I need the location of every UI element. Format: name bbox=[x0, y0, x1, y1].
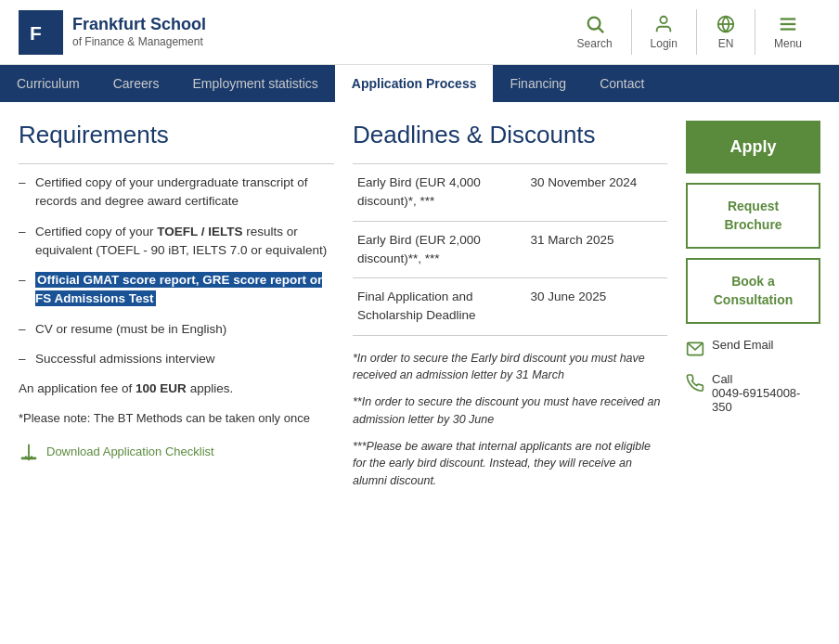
phone-number[interactable]: 0049-69154008-350 bbox=[712, 386, 820, 414]
menu-action[interactable]: Menu bbox=[755, 9, 820, 55]
main-nav: Curriculum Careers Employment statistics… bbox=[0, 65, 839, 102]
deadline-note-1: *In order to secure the Early bird disco… bbox=[353, 350, 667, 385]
sidebar-actions: Apply Request Brochure Book a Consultati… bbox=[686, 121, 820, 499]
header: F Frankfurt School of Finance & Manageme… bbox=[0, 0, 839, 65]
svg-point-3 bbox=[661, 17, 667, 23]
school-name-line2: of Finance & Management bbox=[72, 35, 206, 50]
svg-text:F: F bbox=[30, 21, 42, 43]
deadline-date-2: 31 March 2025 bbox=[525, 221, 667, 278]
school-name-line1: Frankfurt School bbox=[72, 14, 206, 35]
nav-item-application[interactable]: Application Process bbox=[335, 65, 494, 102]
login-action[interactable]: Login bbox=[631, 9, 696, 55]
deadlines-table: Early Bird (EUR 4,000 discount)*, *** 30… bbox=[353, 163, 667, 336]
nav-item-careers[interactable]: Careers bbox=[97, 65, 176, 102]
svg-rect-10 bbox=[21, 457, 37, 459]
school-logo: F bbox=[19, 10, 63, 55]
gmat-highlight: Official GMAT score report, GRE score re… bbox=[35, 272, 322, 306]
menu-icon bbox=[778, 14, 798, 34]
deadline-date-1: 30 November 2024 bbox=[525, 164, 667, 222]
deadline-label-3: Final Application and Scholarship Deadli… bbox=[353, 278, 525, 336]
deadline-note-3: ***Please be aware that internal applica… bbox=[353, 438, 667, 490]
main-content: Requirements Certified copy of your unde… bbox=[0, 102, 839, 518]
login-icon bbox=[653, 14, 674, 34]
download-label: Download Application Checklist bbox=[46, 444, 214, 458]
requirements-section: Requirements Certified copy of your unde… bbox=[19, 121, 334, 499]
toefl-text: TOEFL / IELTS bbox=[157, 225, 242, 238]
login-label: Login bbox=[651, 37, 678, 50]
globe-icon bbox=[716, 14, 736, 34]
download-icon bbox=[19, 442, 39, 462]
school-name: Frankfurt School of Finance & Management bbox=[72, 14, 206, 50]
request-brochure-button[interactable]: Request Brochure bbox=[686, 183, 820, 249]
menu-label: Menu bbox=[774, 37, 802, 50]
phone-icon bbox=[686, 374, 704, 393]
nav-item-employment[interactable]: Employment statistics bbox=[175, 65, 334, 102]
lang-action[interactable]: EN bbox=[696, 9, 755, 55]
call-info: Call 0049-69154008-350 bbox=[712, 372, 820, 414]
deadline-label-1: Early Bird (EUR 4,000 discount)*, *** bbox=[353, 164, 525, 222]
search-label: Search bbox=[577, 37, 613, 50]
call-label: Call bbox=[712, 372, 820, 386]
deadline-row-3: Final Application and Scholarship Deadli… bbox=[353, 278, 667, 336]
requirement-item-3: Official GMAT score report, GRE score re… bbox=[19, 271, 334, 309]
apply-button[interactable]: Apply bbox=[686, 121, 820, 174]
email-icon bbox=[686, 340, 704, 358]
requirement-item-2: Certified copy of your TOEFL / IELTS res… bbox=[19, 223, 334, 261]
svg-point-1 bbox=[587, 18, 600, 30]
download-checklist-link[interactable]: Download Application Checklist bbox=[19, 442, 334, 462]
deadline-row-1: Early Bird (EUR 4,000 discount)*, *** 30… bbox=[353, 164, 667, 222]
nav-item-financing[interactable]: Financing bbox=[493, 65, 583, 102]
lang-label: EN bbox=[718, 37, 734, 50]
search-action[interactable]: Search bbox=[559, 9, 631, 55]
requirements-list: Certified copy of your undergraduate tra… bbox=[19, 163, 334, 368]
bt-note: *Please note: The BT Methods can be take… bbox=[19, 409, 334, 428]
deadline-row-2: Early Bird (EUR 2,000 discount)**, *** 3… bbox=[353, 221, 667, 278]
requirements-title: Requirements bbox=[19, 121, 334, 149]
app-fee-text: An application fee of 100 EUR applies. bbox=[19, 380, 334, 398]
call-item: Call 0049-69154008-350 bbox=[686, 372, 820, 414]
deadlines-title: Deadlines & Discounts bbox=[353, 121, 667, 149]
deadline-label-2: Early Bird (EUR 2,000 discount)**, *** bbox=[353, 221, 525, 278]
svg-line-2 bbox=[599, 28, 603, 32]
nav-item-curriculum[interactable]: Curriculum bbox=[0, 65, 97, 102]
deadline-date-3: 30 June 2025 bbox=[525, 278, 667, 336]
deadline-note-2: **In order to secure the discount you mu… bbox=[353, 393, 667, 429]
send-email-label[interactable]: Send Email bbox=[712, 338, 773, 352]
requirement-item-4: CV or resume (must be in English) bbox=[19, 320, 334, 339]
deadlines-section: Deadlines & Discounts Early Bird (EUR 4,… bbox=[353, 121, 667, 499]
nav-item-contact[interactable]: Contact bbox=[583, 65, 661, 102]
header-actions: Search Login EN Menu bbox=[559, 9, 820, 55]
requirement-item-1: Certified copy of your undergraduate tra… bbox=[19, 174, 334, 212]
search-icon bbox=[585, 14, 605, 34]
send-email-item: Send Email bbox=[686, 338, 820, 358]
book-consultation-button[interactable]: Book a Consultation bbox=[686, 258, 820, 324]
logo-area: F Frankfurt School of Finance & Manageme… bbox=[19, 10, 559, 55]
requirement-item-5: Successful admissions interview bbox=[19, 350, 334, 368]
